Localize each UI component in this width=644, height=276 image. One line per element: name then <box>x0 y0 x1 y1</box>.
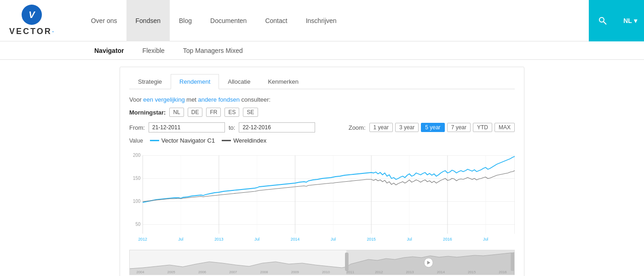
ms-btn-es[interactable]: ES <box>224 108 239 117</box>
nav-item-contact[interactable]: Contact <box>256 0 296 41</box>
sub-nav-navigator[interactable]: Navigator <box>92 47 126 54</box>
svg-text:2013: 2013 <box>214 237 224 242</box>
svg-text:2012: 2012 <box>138 237 147 242</box>
zoom-3year[interactable]: 3 year <box>395 123 419 132</box>
ms-btn-nl[interactable]: NL <box>169 108 184 117</box>
svg-text:Jul: Jul <box>178 237 183 242</box>
zoom-max[interactable]: MAX <box>494 123 515 132</box>
svg-text:2014: 2014 <box>291 237 300 242</box>
main-content: Strategie Rendement Allocatie Kenmerken … <box>0 60 644 276</box>
chart-svg: 200 150 100 50 2012 Jul 2013 Jul 2014 Ju… <box>129 146 515 247</box>
svg-point-0 <box>599 17 604 22</box>
morningstar-label: Morningstar: <box>129 109 166 116</box>
language-button[interactable]: NL ▾ <box>616 0 644 41</box>
svg-text:2006: 2006 <box>198 270 207 274</box>
svg-text:2005: 2005 <box>167 270 176 274</box>
date-from-input[interactable] <box>149 122 225 132</box>
range-selector[interactable]: 2004 2005 2006 2007 2008 2009 2010 2011 … <box>129 250 515 275</box>
legend-label-navigator: Vector Navigator C1 <box>161 137 215 144</box>
range-chart-svg: 2004 2005 2006 2007 2008 2009 2010 2011 … <box>130 250 514 275</box>
svg-text:2014: 2014 <box>437 270 445 274</box>
sub-nav: Navigator Flexible Top Managers Mixed <box>0 41 644 60</box>
tab-rendement[interactable]: Rendement <box>171 74 219 89</box>
svg-text:100: 100 <box>133 199 141 204</box>
date-to-input[interactable] <box>239 122 315 132</box>
svg-text:2004: 2004 <box>136 270 144 274</box>
from-label: From: <box>129 124 145 131</box>
legend-navigator: Vector Navigator C1 <box>150 137 215 144</box>
svg-text:2010: 2010 <box>322 270 330 274</box>
tabs-row: Strategie Rendement Allocatie Kenmerken <box>129 74 515 89</box>
zoom-label: Zoom: <box>349 124 366 131</box>
svg-text:50: 50 <box>136 222 141 227</box>
svg-text:2015: 2015 <box>367 237 376 242</box>
logo-icon: V <box>22 5 42 25</box>
tab-strategie[interactable]: Strategie <box>129 74 171 89</box>
nav-item-over-ons[interactable]: Over ons <box>82 0 126 41</box>
nav-item-blog[interactable]: Blog <box>170 0 201 41</box>
ms-btn-fr[interactable]: FR <box>206 108 221 117</box>
svg-text:2008: 2008 <box>260 270 268 274</box>
ms-btn-se[interactable]: SE <box>243 108 258 117</box>
sub-nav-top-managers[interactable]: Top Managers Mixed <box>181 47 245 54</box>
svg-text:2015: 2015 <box>468 270 476 274</box>
nav-item-inschrijven[interactable]: Inschrijven <box>297 0 346 41</box>
ms-btn-de[interactable]: DE <box>188 108 203 117</box>
svg-text:2007: 2007 <box>229 270 237 274</box>
svg-text:Jul: Jul <box>254 237 259 242</box>
zoom-7year[interactable]: 7 year <box>447 123 471 132</box>
search-icon <box>598 16 607 25</box>
nav-item-fondsen[interactable]: Fondsen <box>126 0 170 41</box>
zoom-controls: Zoom: 1 year 3 year 5 year 7 year YTD MA… <box>349 123 515 132</box>
svg-rect-45 <box>345 253 349 271</box>
nav-item-documenten[interactable]: Documenten <box>201 0 256 41</box>
zoom-ytd[interactable]: YTD <box>473 123 492 132</box>
other-funds-link[interactable]: andere fondsen <box>198 96 240 103</box>
sub-nav-flexible[interactable]: Flexible <box>140 47 167 54</box>
zoom-5year[interactable]: 5 year <box>421 123 444 132</box>
svg-rect-46 <box>511 253 514 271</box>
legend-label-wereldindex: Wereldindex <box>233 137 266 144</box>
logo-text: VECTOR· <box>9 27 54 36</box>
comparison-text: Voor een vergelijking met andere fondsen… <box>129 96 515 103</box>
morningstar-row: Morningstar: NL DE FR ES SE <box>129 108 515 117</box>
tab-kenmerken[interactable]: Kenmerken <box>259 74 307 89</box>
svg-text:2012: 2012 <box>375 270 383 274</box>
content-card: Strategie Rendement Allocatie Kenmerken … <box>120 67 524 276</box>
svg-text:Jul: Jul <box>407 237 412 242</box>
svg-text:2016: 2016 <box>443 237 452 242</box>
svg-text:Jul: Jul <box>331 237 336 242</box>
legend-wereldindex: Wereldindex <box>222 137 266 144</box>
svg-text:150: 150 <box>133 176 141 181</box>
svg-text:Jul: Jul <box>483 237 488 242</box>
to-label: to: <box>229 124 235 131</box>
tab-allocatie[interactable]: Allocatie <box>219 74 259 89</box>
legend-row: Value Vector Navigator C1 Wereldindex <box>129 137 515 144</box>
value-label: Value <box>129 138 143 144</box>
svg-line-1 <box>604 22 606 24</box>
comparison-link[interactable]: een vergelijking <box>143 96 184 103</box>
legend-color-blue <box>150 140 159 141</box>
search-button[interactable] <box>589 0 616 41</box>
legend-color-dark <box>222 140 231 141</box>
header: V VECTOR· Over ons Fondsen Blog Document… <box>0 0 644 41</box>
date-zoom-row: From: to: Zoom: 1 year 3 year 5 year 7 y… <box>129 122 515 132</box>
svg-text:2013: 2013 <box>406 270 414 274</box>
svg-text:2016: 2016 <box>499 270 507 274</box>
svg-text:200: 200 <box>133 153 141 158</box>
main-nav: Over ons Fondsen Blog Documenten Contact… <box>82 0 346 41</box>
zoom-1year[interactable]: 1 year <box>369 123 393 132</box>
svg-text:2009: 2009 <box>291 270 299 274</box>
main-chart: 200 150 100 50 2012 Jul 2013 Jul 2014 Ju… <box>129 146 515 247</box>
logo-area: V VECTOR· <box>9 5 54 36</box>
header-right: NL ▾ <box>589 0 644 41</box>
